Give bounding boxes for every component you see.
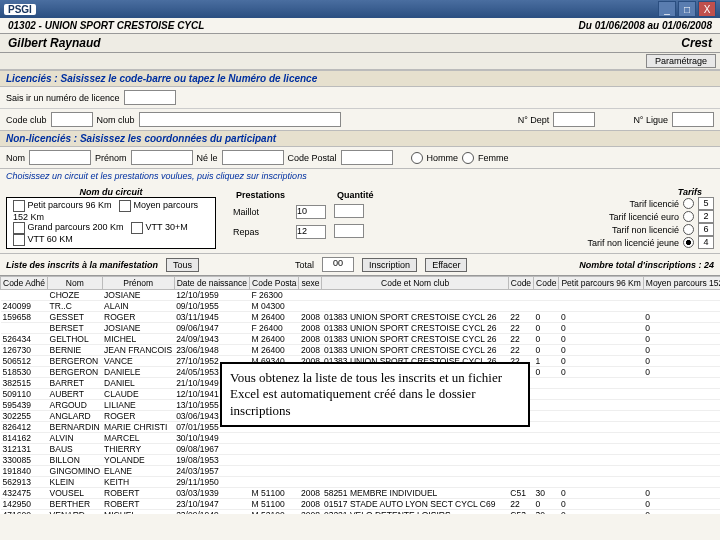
input-ndept[interactable] [553,112,595,127]
input-nom[interactable] [29,150,91,165]
label-cp: Code Postal [288,153,337,163]
presta-2-prix[interactable]: 12 [296,225,326,239]
circuit-3: Grand parcours 200 Km [28,222,124,232]
col-date[interactable]: Date de naissance [174,277,249,290]
hdr-qte: Quantité [331,189,380,201]
label-nom: Nom [6,153,25,163]
tarif-1-val: 5 [698,197,714,210]
tarif-3-val: 6 [698,223,714,236]
table-row[interactable]: 240099TR..CALAIN09/10/1955M 04300 [1,301,721,312]
presta-2: Repas [230,223,291,241]
input-nele[interactable] [222,150,284,165]
radio-tarif-3[interactable] [683,224,694,235]
circuit-1: Petit parcours 96 Km [28,200,112,210]
label-prenom: Prénom [95,153,127,163]
label-num-licence: Sais ir un numéro de licence [6,93,120,103]
checkbox-circuit-1[interactable] [13,200,25,212]
table-row[interactable]: 142950BERTHERROBERT23/10/1947M 511002008… [1,499,721,510]
user-name: Gilbert Raynaud [8,36,101,50]
prestations-table: PrestationsQuantité Maillot10 Repas12 [228,187,382,243]
radio-tarif-1[interactable] [683,198,694,209]
table-row[interactable]: BERSETJOSIANE09/06/1947F 26400200801383 … [1,323,721,334]
circuit-panel: Nom du circuit Petit parcours 96 Km Moye… [0,183,720,253]
input-prenom[interactable] [131,150,193,165]
event-dates: Du 01/06/2008 au 01/06/2008 [579,20,712,31]
tarif-4-val: 4 [698,236,714,249]
label-femme: Femme [478,153,509,163]
circuit-5: VTT 60 KM [28,234,73,244]
tarif-2: Tarif licencié euro [609,212,679,222]
param-bar: Paramétrage [0,53,720,70]
section-nonlicencies-header: Non-licenciés : Saisissez les coordonnée… [0,130,720,147]
row-club: Code club Nom club N° Dept N° Ligue [0,108,720,130]
presta-1-qte[interactable] [334,204,364,218]
event-info-bar: 01302 - UNION SPORT CRESTOISE CYCL Du 01… [0,18,720,33]
checkbox-circuit-2[interactable] [119,200,131,212]
section-licencies-header: Licenciés : Saisissez le code-barre ou t… [0,70,720,87]
col-code-adhe[interactable]: Code Adhé [1,277,48,290]
radio-femme[interactable] [462,152,474,164]
table-row[interactable]: 191840GINGOMINOELANE24/03/1957 [1,466,721,477]
effacer-button[interactable]: Effacer [425,258,467,272]
app-window: PSGI _ □ X 01302 - UNION SPORT CRESTOISE… [0,0,720,540]
table-row[interactable]: 312131BAUSTHIERRY09/08/1967 [1,444,721,455]
presta-2-qte[interactable] [334,224,364,238]
table-row[interactable]: 432475VOUSELROBERT03/03/1939M 5110020085… [1,488,721,499]
liste-row: Liste des inscrits à la manifestation To… [0,253,720,275]
hdr-tarifs: Tarifs [587,187,714,197]
col-annee[interactable]: sexe [299,277,322,290]
label-homme: Homme [427,153,459,163]
nb-inscriptions: Nombre total d'inscriptions : 24 [579,260,714,270]
event-code-name: 01302 - UNION SPORT CRESTOISE CYCL [8,20,204,31]
table-row[interactable]: 126730BERNIEJEAN FRANCOIS23/06/1948M 264… [1,345,721,356]
liste-label: Liste des inscrits à la manifestation [6,260,158,270]
help-callout: Vous obtenez la liste de tous les inscri… [220,362,530,427]
parametrage-button[interactable]: Paramétrage [646,54,716,68]
label-ndept: N° Dept [518,115,550,125]
tarifs-box: Tarifs Tarif licencié5 Tarif licencié eu… [587,187,714,249]
hdr-nom-circuit: Nom du circuit [6,187,216,197]
input-code-club[interactable] [51,112,93,127]
radio-tarif-4[interactable] [683,237,694,248]
col-cp[interactable]: Code Posta [250,277,299,290]
checkbox-circuit-3[interactable] [13,222,25,234]
col-p1[interactable]: Petit parcours 96 Km [559,277,643,290]
col-code3[interactable]: Code [534,277,559,290]
tarif-1: Tarif licencié [629,199,679,209]
table-row[interactable]: 526434GELTHOLMICHEL24/09/1943M 264002008… [1,334,721,345]
tous-button[interactable]: Tous [166,258,199,272]
inscription-button[interactable]: Inscription [362,258,417,272]
user-city: Crest [681,36,712,50]
table-row[interactable]: CHOZEJOSIANE12/10/1959F 26300 [1,290,721,301]
input-num-licence[interactable] [124,90,176,105]
col-code2[interactable]: Code [508,277,533,290]
label-nele: Né le [197,153,218,163]
close-button[interactable]: X [698,1,716,17]
table-row[interactable]: 159658GESSETROGER03/11/1945M 26400200801… [1,312,721,323]
total-value: 00 [322,257,354,272]
col-club[interactable]: Code et Nom club [322,277,508,290]
radio-homme[interactable] [411,152,423,164]
table-row[interactable]: 330085BILLONYOLANDE19/08/1953 [1,455,721,466]
minimize-button[interactable]: _ [658,1,676,17]
row-participant: Nom Prénom Né le Code Postal Homme Femme [0,147,720,168]
col-nom[interactable]: Nom [48,277,103,290]
label-nom-club: Nom club [97,115,135,125]
col-p2[interactable]: Moyen parcours 152 Km [643,277,720,290]
checkbox-circuit-4[interactable] [131,222,143,234]
radio-tarif-2[interactable] [683,211,694,222]
input-nom-club[interactable] [139,112,341,127]
total-label: Total [295,260,314,270]
table-row[interactable]: 471600VENARDMICHEL23/09/1949M 5210020080… [1,510,721,515]
section-circuit-header: Choisissez un circuit et les prestations… [0,168,720,183]
table-row[interactable]: 814162ALVINMARCEL30/10/1949 [1,433,721,444]
table-row[interactable]: 562913KLEINKEITH29/11/1950 [1,477,721,488]
presta-1: Maillot [230,203,291,221]
tarif-3: Tarif non licencié [612,225,679,235]
col-prenom[interactable]: Prénom [102,277,174,290]
maximize-button[interactable]: □ [678,1,696,17]
presta-1-prix[interactable]: 10 [296,205,326,219]
input-nligue[interactable] [672,112,714,127]
checkbox-circuit-5[interactable] [13,234,25,246]
input-cp[interactable] [341,150,393,165]
